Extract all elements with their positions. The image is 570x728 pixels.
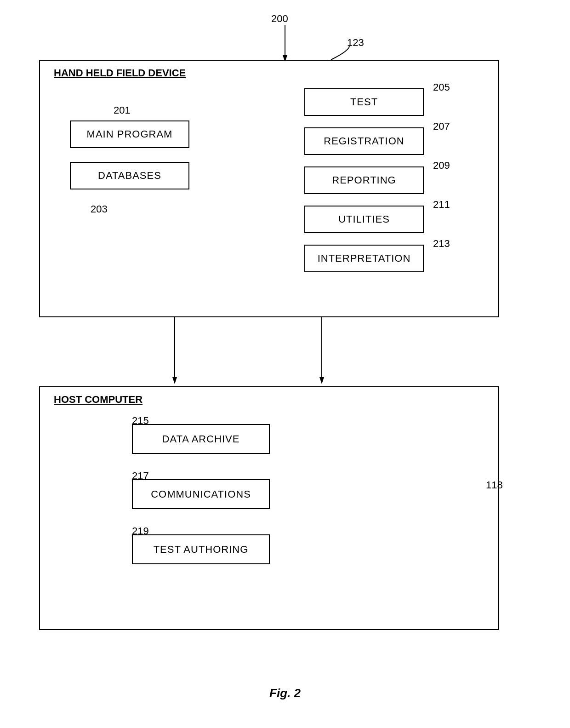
ref-118-label: 118 [486, 479, 503, 491]
hand-held-label: HAND HELD FIELD DEVICE [54, 67, 186, 79]
ref-215-label: 215 [132, 415, 149, 427]
test-authoring-box: TEST AUTHORING [132, 534, 270, 564]
ref-213-label: 213 [433, 238, 450, 250]
host-computer-outer-box: HOST COMPUTER 118 DATA ARCHIVE 215 COMMU… [39, 386, 499, 630]
utilities-label: UTILITIES [338, 213, 390, 225]
communications-box: COMMUNICATIONS [132, 479, 270, 509]
ref-205-label: 205 [433, 81, 450, 93]
ref-209-label: 209 [433, 160, 450, 172]
test-authoring-label: TEST AUTHORING [154, 544, 249, 556]
ref-201-label: 201 [114, 104, 131, 116]
interpretation-label: INTERPRETATION [318, 252, 411, 264]
ref-211-label: 211 [433, 199, 450, 211]
reporting-label: REPORTING [332, 174, 396, 186]
interpretation-box: INTERPRETATION [304, 245, 424, 272]
databases-box: DATABASES [70, 162, 189, 189]
ref-200-label: 200 [271, 13, 288, 25]
diagram: 200 123 HAND HELD FIELD DEVICE MAIN PROG… [0, 0, 570, 728]
test-box: TEST [304, 88, 424, 116]
ref-203-label: 203 [91, 203, 108, 215]
registration-box: REGISTRATION [304, 127, 424, 155]
main-program-box: MAIN PROGRAM [70, 120, 189, 148]
ref-217-label: 217 [132, 470, 149, 482]
hand-held-outer-box: HAND HELD FIELD DEVICE MAIN PROGRAM 201 … [39, 60, 499, 317]
utilities-box: UTILITIES [304, 206, 424, 233]
main-program-label: MAIN PROGRAM [87, 128, 173, 140]
svg-marker-19 [319, 377, 324, 384]
data-archive-box: DATA ARCHIVE [132, 424, 270, 454]
test-label: TEST [350, 96, 378, 108]
databases-label: DATABASES [98, 170, 161, 182]
ref-207-label: 207 [433, 120, 450, 132]
ref-123-label: 123 [347, 37, 364, 49]
ref-219-label: 219 [132, 525, 149, 537]
registration-label: REGISTRATION [324, 135, 404, 147]
communications-label: COMMUNICATIONS [151, 488, 251, 500]
host-label: HOST COMPUTER [54, 394, 142, 406]
reporting-box: REPORTING [304, 166, 424, 194]
data-archive-label: DATA ARCHIVE [162, 433, 240, 445]
figure-label: Fig. 2 [0, 686, 570, 700]
svg-marker-16 [172, 377, 177, 384]
